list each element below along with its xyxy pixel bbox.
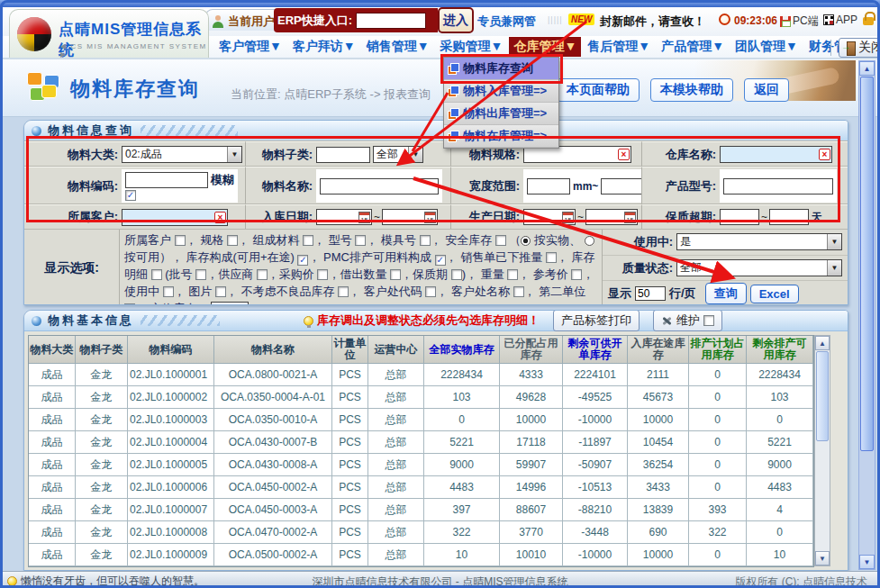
dropdown-menu-item[interactable]: 物料库存查询: [444, 58, 558, 80]
width-max-input[interactable]: [601, 178, 642, 194]
dropdown-menu-item[interactable]: 物料在库管理=>: [444, 125, 558, 148]
table-row[interactable]: 成品 金龙 02.JL0.1000006 OCA.0450-0002-A PCS…: [29, 476, 813, 499]
scroll-up-icon[interactable]: ▲: [815, 336, 830, 350]
in-use-select[interactable]: 是▼: [676, 233, 842, 250]
big-class-select[interactable]: 02:成品▼: [122, 146, 242, 163]
prod-date-from[interactable]: [523, 209, 576, 225]
menu-item[interactable]: 售后管理▼: [583, 37, 655, 57]
option-checkbox[interactable]: [297, 255, 308, 266]
table-row[interactable]: 成品 金龙 02.JL0.1000005 OCA.0430-0008-A PCS…: [29, 454, 813, 476]
option-radio[interactable]: [521, 236, 531, 246]
mail-notice[interactable]: 封新邮件，请查收！: [600, 14, 705, 30]
menu-item[interactable]: 仓库管理▼: [509, 37, 581, 57]
menu-item[interactable]: 采购管理▼: [436, 37, 508, 57]
expire-min-input[interactable]: [720, 209, 759, 225]
table-scrollbar[interactable]: ▲ ▼: [814, 335, 830, 566]
query-button[interactable]: 查询: [705, 283, 747, 304]
model-input[interactable]: [723, 178, 833, 194]
spec-input[interactable]: [524, 148, 618, 161]
enter-button[interactable]: 进入: [438, 7, 474, 33]
pc-client-link[interactable]: PC端: [780, 14, 819, 29]
stock-threshold-input[interactable]: [211, 302, 249, 305]
prod-date-to[interactable]: [585, 209, 638, 225]
back-button[interactable]: 返回: [744, 78, 789, 102]
in-date-to[interactable]: [382, 209, 438, 225]
option-checkbox[interactable]: [317, 269, 328, 280]
dropdown-menu-item[interactable]: 物料出库管理=>: [444, 103, 558, 125]
option-checkbox[interactable]: [303, 235, 313, 246]
label-print-button[interactable]: 产品标签打印: [553, 310, 640, 331]
clear-icon[interactable]: ×: [819, 149, 830, 160]
option-checkbox[interactable]: [163, 286, 174, 297]
fuzzy-checkbox[interactable]: [125, 190, 136, 201]
option-checkbox[interactable]: [495, 235, 506, 246]
table-row[interactable]: 成品 金龙 02.JL0.1000004 OCA.0430-0007-B PCS…: [29, 431, 813, 454]
customer-input[interactable]: [122, 211, 214, 224]
scroll-down-icon[interactable]: ▼: [859, 555, 875, 569]
option-checkbox[interactable]: [215, 286, 226, 297]
option-checkbox[interactable]: [355, 235, 366, 246]
sub-class-select[interactable]: 全部▼: [373, 146, 423, 163]
maintain-button[interactable]: 维护: [653, 310, 722, 331]
quality-select[interactable]: 全部▼: [676, 259, 842, 276]
width-min-input[interactable]: [527, 178, 570, 194]
option-checkbox[interactable]: [451, 269, 462, 280]
option-radio[interactable]: [585, 236, 594, 246]
scroll-up-icon[interactable]: ▲: [859, 61, 875, 76]
in-date-from[interactable]: [316, 209, 372, 225]
calendar-icon[interactable]: [424, 212, 436, 223]
rows-per-page-input[interactable]: [635, 286, 666, 301]
close-menu-button[interactable]: 关闭菜单: [839, 38, 880, 58]
table-row[interactable]: 成品 金龙 02.JL0.1000007 OCA.0450-0003-A PCS…: [29, 499, 813, 521]
option-checkbox[interactable]: [338, 286, 349, 297]
menu-item[interactable]: 团队管理▼: [730, 37, 803, 57]
app-link[interactable]: APP: [823, 14, 857, 26]
option-checkbox[interactable]: [435, 255, 446, 266]
option-checkbox[interactable]: [390, 269, 401, 280]
option-checkbox[interactable]: [425, 286, 436, 297]
excel-button[interactable]: Excel: [750, 285, 799, 303]
option-checkbox[interactable]: [175, 235, 186, 246]
option-checkbox[interactable]: [257, 269, 268, 280]
module-help-button[interactable]: 本模块帮助: [650, 78, 733, 102]
table-row[interactable]: 成品 金龙 02.JL0.1000003 OCA.0350-0010-A PCS…: [29, 409, 813, 431]
calendar-icon[interactable]: [562, 212, 574, 223]
option-checkbox[interactable]: [124, 303, 135, 305]
table-row[interactable]: 成品 金龙 02.JL0.1000009 OCA.0500-0002-A PCS…: [29, 544, 813, 566]
option-checkbox[interactable]: [151, 269, 162, 280]
option-checkbox[interactable]: [513, 286, 524, 297]
menu-item[interactable]: 销售管理▼: [362, 37, 434, 57]
option-checkbox[interactable]: [420, 235, 431, 246]
menu-item[interactable]: 客户管理▼: [214, 37, 286, 57]
expire-max-input[interactable]: [769, 209, 809, 225]
scroll-down-icon[interactable]: ▼: [815, 551, 830, 565]
scrollbar-thumb[interactable]: [816, 351, 829, 441]
sub-class-input[interactable]: [316, 147, 370, 163]
page-scrollbar[interactable]: ▲ ▼: [858, 60, 875, 570]
warehouse-input[interactable]: [721, 148, 819, 161]
option-checkbox[interactable]: [507, 269, 518, 280]
table-header-cell: 全部实物库存: [424, 336, 500, 364]
menu-item[interactable]: 产品管理▼: [657, 37, 729, 57]
scrollbar-thumb[interactable]: [860, 77, 874, 451]
menu-item[interactable]: 客户拜访▼: [288, 37, 360, 57]
option-checkbox[interactable]: [571, 269, 582, 280]
erp-entry-input[interactable]: [356, 13, 426, 29]
maintain-checkbox[interactable]: [703, 315, 714, 326]
clear-icon[interactable]: ×: [214, 212, 226, 223]
table-row[interactable]: 成品 金龙 02.JL0.1000008 OCA.0470-0002-A PCS…: [29, 521, 813, 544]
calendar-icon[interactable]: [624, 212, 636, 223]
clear-icon[interactable]: ×: [618, 149, 630, 160]
current-user-tab[interactable]: 当前用户: [205, 9, 283, 31]
name-input[interactable]: [320, 178, 439, 194]
calendar-icon[interactable]: [358, 212, 370, 223]
option-checkbox[interactable]: [195, 269, 206, 280]
page-help-button[interactable]: 本页面帮助: [557, 78, 640, 102]
option-checkbox[interactable]: [227, 235, 238, 246]
table-row[interactable]: 成品 金龙 02.JL0.1000002 OCA.0350-0004-A-01 …: [29, 386, 813, 409]
table-row[interactable]: 成品 金龙 02.JL0.1000001 OCA.0800-0021-A PCS…: [29, 364, 813, 386]
option-text: ，采购价: [268, 267, 318, 281]
code-input[interactable]: [125, 172, 208, 188]
option-checkbox[interactable]: [546, 252, 557, 263]
dropdown-menu-item[interactable]: 物料入库管理=>: [444, 80, 558, 103]
